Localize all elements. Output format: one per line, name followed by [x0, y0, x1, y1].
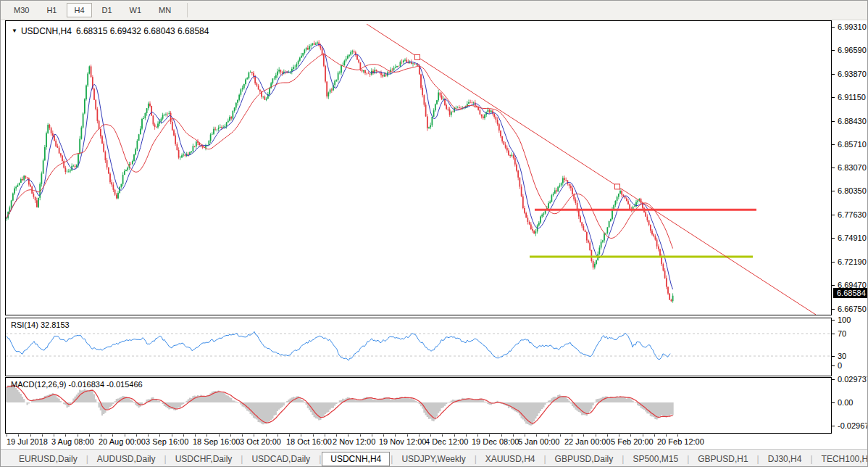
- time-tick-mark: [159, 434, 160, 437]
- price-tick-label: 6.91150: [838, 93, 866, 102]
- time-axis-label: 3 Aug 08:00: [51, 437, 94, 446]
- time-tick-mark: [183, 434, 184, 437]
- time-tick-mark: [148, 434, 149, 437]
- rsi-scale-tick: [832, 334, 835, 334]
- time-tick-mark: [666, 434, 667, 437]
- toolbar-divider: [187, 3, 188, 17]
- tf-button-w1[interactable]: W1: [122, 3, 149, 17]
- slow-ma-line: [7, 54, 673, 249]
- time-tick-mark: [277, 434, 278, 437]
- price-tick-label: 6.83070: [838, 163, 867, 172]
- time-axis-label: 5 Jan 00:00: [518, 437, 560, 446]
- price-tick-mark: [832, 215, 835, 215]
- time-tick-mark: [101, 434, 101, 437]
- price-tick-label: 6.99310: [838, 22, 867, 31]
- time-axis-label: 18 Oct 16:00: [286, 437, 332, 446]
- price-tick-mark: [832, 168, 835, 168]
- time-tick-mark: [536, 434, 537, 437]
- time-tick-mark: [313, 434, 314, 437]
- time-tick-mark: [89, 434, 90, 437]
- time-tick-mark: [65, 434, 66, 437]
- price-chart-canvas[interactable]: [6, 21, 831, 315]
- time-axis-label: 19 Jul 2018: [7, 437, 48, 446]
- trendline: [367, 24, 816, 315]
- time-axis-label: 19 Nov 12:00: [379, 437, 426, 446]
- time-tick-mark: [230, 434, 231, 437]
- time-axis-label: 2 Nov 12:00: [333, 437, 375, 446]
- chart-tab-audusd[interactable]: AUDUSD,Daily: [89, 452, 164, 466]
- time-tick-mark: [254, 434, 254, 437]
- chart-tab-xauusd[interactable]: XAUUSD,H4: [477, 452, 543, 466]
- time-axis-label: 3 Oct 20:00: [240, 437, 281, 446]
- chart-tab-eurusd[interactable]: EURUSD,Daily: [11, 452, 85, 466]
- macd-scale-label: 0.029737: [838, 375, 868, 384]
- time-tick-mark: [419, 434, 420, 437]
- rsi-scale-label: 0: [838, 361, 842, 370]
- time-tick-mark: [560, 434, 561, 437]
- time-axis-label: 20 Feb 12:00: [657, 437, 704, 446]
- chart-tab-usdcad[interactable]: USDCAD,Daily: [243, 452, 318, 466]
- time-tick-mark: [548, 434, 549, 437]
- time-tick-mark: [112, 434, 113, 437]
- chart-symbol-title: USDCNH,H4: [21, 26, 72, 36]
- tab-separator: |: [757, 454, 759, 464]
- rsi-label: RSI(14) 32.8153: [11, 321, 70, 329]
- tab-separator: |: [241, 454, 243, 464]
- price-tick-label: 6.85710: [838, 140, 867, 149]
- tf-button-h4[interactable]: H4: [67, 3, 91, 17]
- tf-button-mn[interactable]: MN: [151, 3, 178, 17]
- macd-scale-label: -0.029678: [838, 421, 868, 430]
- down-candle-wicks: [22, 40, 671, 302]
- chart-tab-sp500[interactable]: SP500,M15: [625, 452, 686, 466]
- chart-tabs-bar: EURUSD,Daily|AUDUSD,Daily|USDCHF,Daily|U…: [1, 449, 867, 467]
- tab-separator: |: [164, 454, 167, 464]
- price-tick-mark: [832, 121, 835, 122]
- chart-tab-tech100[interactable]: TECH100,H1: [814, 452, 868, 466]
- time-tick-mark: [654, 434, 655, 437]
- price-tick-label: 6.96590: [838, 46, 867, 54]
- time-tick-mark: [383, 434, 384, 437]
- tab-separator: |: [391, 454, 393, 464]
- time-tick-mark: [619, 434, 619, 437]
- time-tick-mark: [195, 434, 196, 437]
- chart-tab-gbpusd[interactable]: GBPUSD,Daily: [547, 452, 622, 466]
- tf-button-h1[interactable]: H1: [39, 3, 64, 17]
- price-tick-label: 6.77630: [838, 210, 867, 219]
- tf-button-m30[interactable]: M30: [7, 3, 36, 17]
- chart-tab-dj30[interactable]: DJ30,H4: [760, 452, 810, 466]
- chart-tab-usdjpy[interactable]: USDJPY,Weekly: [393, 452, 473, 466]
- time-tick-mark: [596, 434, 596, 437]
- price-tick-label: 6.80350: [838, 186, 867, 195]
- rsi-canvas[interactable]: [6, 318, 831, 376]
- price-chart-panel[interactable]: ▼USDCNH,H46.68315 6.69432 6.68043 6.6858…: [5, 20, 832, 315]
- chart-dropdown-icon[interactable]: ▼: [12, 28, 17, 34]
- rsi-scale-tick: [832, 356, 835, 357]
- price-tick-label: 6.74910: [838, 233, 867, 242]
- tf-button-d1[interactable]: D1: [95, 3, 120, 17]
- price-axis[interactable]: 6.993106.965906.938706.911506.884306.857…: [832, 1, 868, 449]
- time-tick-mark: [219, 434, 220, 437]
- time-tick-mark: [677, 434, 678, 437]
- time-tick-mark: [54, 434, 54, 437]
- rsi-panel[interactable]: RSI(14) 32.8153: [5, 318, 832, 376]
- time-tick-mark: [430, 434, 431, 437]
- macd-scale-label: 0.00: [838, 398, 853, 407]
- time-axis[interactable]: 19 Jul 20183 Aug 08:0020 Aug 00:003 Sep …: [5, 434, 832, 449]
- time-tick-mark: [7, 434, 7, 437]
- macd-panel[interactable]: MACD(12,26,9) -0.016834 -0.015466: [5, 377, 832, 434]
- time-tick-mark: [266, 434, 267, 437]
- time-tick-mark: [501, 434, 502, 437]
- time-tick-mark: [289, 434, 290, 437]
- time-tick-mark: [206, 434, 207, 437]
- tab-separator: |: [475, 454, 477, 464]
- time-axis-label: 5 Feb 20:00: [611, 437, 654, 446]
- time-tick-mark: [172, 434, 172, 437]
- macd-label: MACD(12,26,9) -0.016834 -0.015466: [11, 380, 143, 389]
- chart-tab-usdcnh[interactable]: USDCNH,H4: [322, 452, 390, 466]
- time-tick-mark: [325, 434, 325, 437]
- time-tick-mark: [489, 434, 490, 437]
- chart-tab-usdchf[interactable]: USDCHF,Daily: [167, 452, 241, 466]
- chart-tab-gbpusd[interactable]: GBPUSD,H1: [690, 452, 756, 466]
- rsi-scale-tick: [832, 320, 835, 321]
- time-tick-mark: [395, 434, 396, 437]
